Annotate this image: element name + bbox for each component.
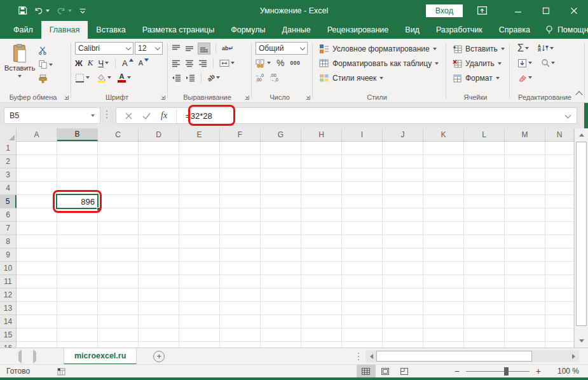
cell-J15[interactable] [383,329,423,342]
cell-D13[interactable] [139,302,179,315]
clear-button[interactable] [517,74,532,82]
row-header-12[interactable]: 12 [0,288,17,302]
borders-button[interactable] [75,73,90,83]
cell-styles-button[interactable]: Стили ячеек [319,71,444,85]
cell-N9[interactable] [545,248,574,262]
cell-J5[interactable] [383,195,423,208]
cell-A9[interactable] [17,248,57,262]
accounting-format-button[interactable] [256,58,271,68]
minimize-button[interactable] [504,0,532,21]
cell-E12[interactable] [179,288,220,302]
cell-B10[interactable] [57,262,98,275]
cell-J6[interactable] [383,208,423,222]
column-header-H[interactable]: H [301,128,342,141]
cell-I2[interactable] [342,155,383,168]
wrap-text-button[interactable]: ab↵ [222,45,233,51]
cell-N15[interactable] [545,329,574,342]
cell-M10[interactable] [505,262,545,275]
cancel-icon[interactable] [125,112,132,119]
cell-M8[interactable] [505,235,545,248]
font-color-button[interactable]: А [118,73,131,83]
cell-B7[interactable] [57,222,98,235]
cell-B14[interactable] [57,315,98,329]
cell-J12[interactable] [383,288,423,302]
cell-K2[interactable] [423,155,464,168]
cell-C15[interactable] [98,329,139,342]
cell-J3[interactable] [383,168,423,182]
column-header-E[interactable]: E [179,128,220,141]
cell-C12[interactable] [98,288,139,302]
tab-Главная[interactable]: Главная [41,21,88,39]
insert-function-button[interactable]: fx [161,111,167,121]
column-header-N[interactable]: N [545,128,574,141]
cell-K15[interactable] [423,329,464,342]
cell-C7[interactable] [98,222,139,235]
row-header-9[interactable]: 9 [0,248,17,262]
tab-Формулы[interactable]: Формулы [222,21,273,39]
cell-F5[interactable] [220,195,261,208]
cell-E10[interactable] [179,262,220,275]
formula-text[interactable]: =32*28 [186,111,212,121]
column-header-G[interactable]: G [261,128,301,141]
cell-J2[interactable] [383,155,423,168]
orientation-button[interactable]: ab [207,74,220,81]
cell-E2[interactable] [179,155,220,168]
cell-M5[interactable] [505,195,545,208]
zoom-out-button[interactable]: − [451,366,463,376]
cell-G11[interactable] [261,275,301,288]
find-select-button[interactable] [541,58,555,67]
decrease-indent-icon[interactable] [172,74,181,82]
view-page-layout-button[interactable] [376,365,395,377]
cell-L8[interactable] [464,235,505,248]
cell-L12[interactable] [464,288,505,302]
cell-L3[interactable] [464,168,505,182]
cell-I13[interactable] [342,302,383,315]
cell-F2[interactable] [220,155,261,168]
cell-I10[interactable] [342,262,383,275]
clipboard-dialog-launcher[interactable] [63,94,69,100]
row-header-8[interactable]: 8 [0,235,17,248]
cell-A1[interactable] [17,142,57,155]
format-cells-button[interactable]: Формат [453,71,507,85]
cell-B4[interactable] [57,182,98,195]
zoom-in-button[interactable]: + [532,366,545,376]
cell-B1[interactable] [57,142,98,155]
cell-F10[interactable] [220,262,261,275]
column-header-K[interactable]: K [423,128,464,141]
font-dialog-launcher[interactable] [160,94,166,100]
column-header-C[interactable]: C [98,128,139,141]
cell-K9[interactable] [423,248,464,262]
cell-E7[interactable] [179,222,220,235]
align-right-icon[interactable] [198,59,207,67]
cell-M13[interactable] [505,302,545,315]
ribbon-display-options-icon[interactable] [477,5,488,16]
cell-I16[interactable] [342,342,383,348]
cell-B15[interactable] [57,329,98,342]
cell-G5[interactable] [261,195,301,208]
scroll-up-arrow[interactable] [575,128,588,141]
cell-C9[interactable] [98,248,139,262]
cell-G8[interactable] [261,235,301,248]
cell-C2[interactable] [98,155,139,168]
cell-A2[interactable] [17,155,57,168]
cell-F1[interactable] [220,142,261,155]
active-cell-B5[interactable]: 896 [57,195,98,208]
cell-C14[interactable] [98,315,139,329]
cell-D6[interactable] [139,208,179,222]
view-normal-button[interactable] [357,365,376,377]
alignment-dialog-launcher[interactable] [243,94,250,100]
cut-button[interactable] [38,46,53,55]
cell-E11[interactable] [179,275,220,288]
row-header-10[interactable]: 10 [0,262,17,275]
cell-A12[interactable] [17,288,57,302]
cell-K7[interactable] [423,222,464,235]
format-as-table-button[interactable]: Форматировать как таблицу [319,57,444,71]
cell-J4[interactable] [383,182,423,195]
sheet-nav-left-icon[interactable] [18,352,22,361]
cell-A4[interactable] [17,182,57,195]
cell-H16[interactable] [301,342,342,348]
cell-J16[interactable] [383,342,423,348]
cell-G9[interactable] [261,248,301,262]
sort-filter-button[interactable]: АЯ [538,44,554,53]
format-painter-button[interactable] [38,74,53,83]
